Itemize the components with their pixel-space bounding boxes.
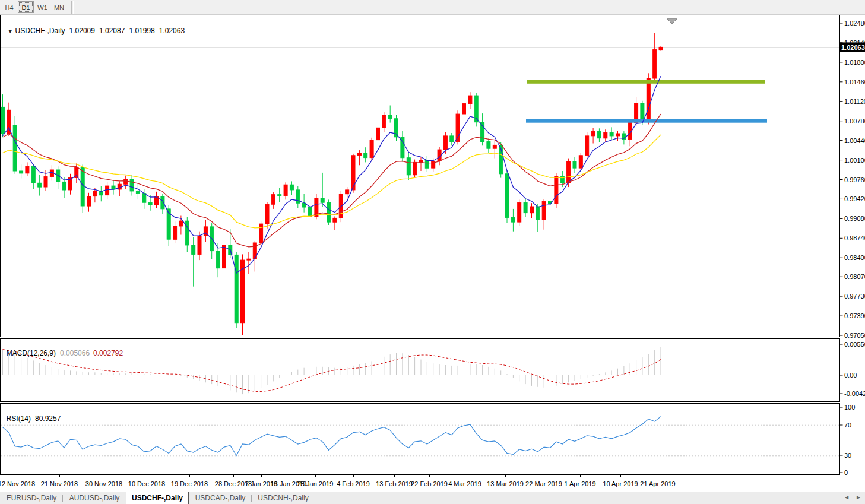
candle-down — [31, 166, 35, 183]
candle-up — [26, 166, 29, 173]
candle-up — [653, 50, 657, 78]
candle-up — [604, 132, 607, 138]
price-axis-label: 0.99080 — [844, 215, 865, 222]
date-axis-label: 1 Apr 2019 — [564, 480, 595, 487]
macd-indicator-label: MACD(12,26,9) — [7, 349, 56, 357]
date-axis-label: 13 Feb 2019 — [376, 480, 413, 487]
macd-signal-value: 0.002792 — [93, 349, 123, 357]
rsi-axis-label: 70 — [844, 421, 851, 429]
auto-scroll-marker-icon[interactable] — [667, 18, 677, 24]
candle-up — [493, 145, 496, 148]
candle-up — [265, 204, 269, 224]
tab-usdcnh[interactable]: USDCNH-,Daily — [252, 492, 315, 504]
candle-up — [333, 218, 337, 222]
date-axis-label: 21 Nov 2018 — [41, 480, 78, 487]
resistance-level-line[interactable] — [527, 80, 765, 84]
price-axis-label: 0.97730 — [844, 293, 865, 300]
tab-usdchf-active[interactable]: USDCHF-,Daily — [126, 492, 189, 504]
tab-audusd[interactable]: AUDUSD-,Daily — [63, 492, 126, 504]
macd-panel-frame — [1, 339, 840, 402]
macd-label-row: MACD(12,26,9)0.0050660.002792 — [2, 341, 123, 357]
candle-up — [555, 176, 558, 204]
price-axis-label: 0.98070 — [844, 273, 865, 280]
candle-down — [511, 217, 515, 222]
candle-up — [616, 134, 620, 136]
main-panel-frame — [1, 15, 840, 337]
candle-down — [487, 142, 490, 149]
candle-down — [130, 180, 134, 191]
price-axis-label: 1.01800 — [844, 59, 865, 66]
price-axis-label: 0.98740 — [844, 234, 865, 242]
candle-down — [216, 251, 220, 268]
tab-scroll-right-icon[interactable]: ► — [856, 494, 861, 500]
candle-down — [388, 115, 392, 119]
candle-up — [93, 191, 97, 196]
candle-up — [413, 162, 417, 175]
candle-down — [407, 158, 410, 175]
candle-down — [321, 198, 324, 203]
candle-up — [370, 140, 373, 158]
rsi-label-row: RSI(14)80.9257 — [2, 406, 61, 423]
price-panel — [1, 33, 840, 336]
candle-down — [524, 202, 527, 213]
price-axis-label: 1.00440 — [844, 137, 865, 144]
rsi-value: 80.9257 — [35, 414, 61, 423]
candle-up — [647, 78, 650, 122]
candle-down — [573, 161, 576, 169]
macd-axis-label: 0.005508 — [844, 341, 865, 348]
quote-open: 1.02009 — [69, 27, 95, 35]
candle-up — [198, 236, 201, 254]
candle-up — [585, 136, 589, 156]
collapse-indicator-icon[interactable]: ▼ — [8, 28, 13, 34]
date-axis-label: 4 Mar 2019 — [448, 480, 481, 487]
quote-low: 1.01998 — [129, 27, 154, 35]
rsi-axis-label: 100 — [844, 404, 855, 411]
candle-up — [443, 136, 447, 150]
candle-down — [505, 174, 509, 218]
price-axis-label: 1.02480 — [844, 20, 865, 27]
candle-down — [62, 182, 66, 190]
price-axis-label: 0.98400 — [844, 254, 865, 261]
candle-up — [376, 128, 380, 140]
candle-down — [481, 122, 484, 142]
price-axis-label: 1.01460 — [844, 78, 865, 85]
quote-close: 1.02063 — [159, 27, 185, 35]
candle-up — [87, 196, 91, 207]
price-axis-label: 1.00780 — [844, 118, 865, 125]
ma-fast-blue — [3, 76, 661, 273]
rsi-axis-label: 30 — [844, 452, 851, 459]
candle-up — [542, 201, 546, 220]
candle-up — [179, 221, 183, 226]
date-axis-label: 25 Jan 2019 — [297, 480, 334, 487]
candle-down — [38, 183, 42, 187]
tab-eurusd[interactable]: EURUSD-,Daily — [0, 492, 63, 504]
tab-scroll-controls: ◄ ► — [844, 494, 861, 500]
date-axis-label: 12 Nov 2018 — [0, 480, 35, 487]
quote-high: 1.02087 — [99, 27, 125, 35]
candle-up — [106, 186, 109, 195]
candle-up — [44, 177, 47, 187]
tab-usdcad[interactable]: USDCAD-,Daily — [189, 492, 252, 504]
support-level-line[interactable] — [526, 119, 767, 123]
candle-down — [309, 207, 312, 217]
macd-axis-label: -0.004221 — [844, 390, 865, 397]
chart-canvas[interactable]: 1.024801.021401.018001.014601.011201.007… — [0, 0, 865, 492]
candle-up — [382, 115, 386, 128]
rsi-line — [3, 417, 661, 456]
candle-down — [327, 202, 331, 222]
date-axis-label: 10 Apr 2019 — [603, 480, 638, 487]
candle-down — [278, 195, 281, 196]
tab-scroll-left-icon[interactable]: ◄ — [844, 494, 850, 500]
rsi-indicator-label: RSI(14) — [7, 414, 31, 423]
price-axis-label: 1.00100 — [844, 157, 865, 164]
date-axis-label: 10 Dec 2018 — [128, 480, 165, 487]
candle-up — [518, 202, 521, 222]
candle-down — [142, 194, 146, 203]
date-axis-label: 21 Apr 2019 — [640, 480, 675, 487]
candle-up — [259, 224, 263, 243]
candle-down — [13, 125, 17, 172]
candle-down — [536, 207, 540, 220]
candle-up — [346, 190, 349, 194]
date-axis-label: 22 Feb 2019 — [411, 480, 448, 487]
macd-axis-label: 0.00 — [844, 372, 857, 379]
